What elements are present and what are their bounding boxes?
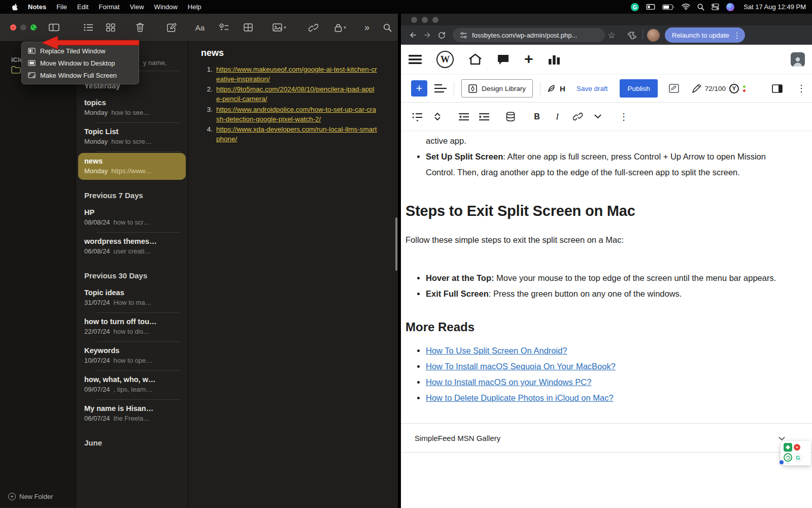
note-editor[interactable]: news 1. https://www.makeuseof.com/google…	[188, 42, 398, 507]
display-icon[interactable]	[646, 2, 655, 12]
minimize-button[interactable]	[20, 24, 26, 30]
tiled-window-icon[interactable]	[46, 20, 62, 35]
comments-icon[interactable]	[497, 54, 510, 66]
article-link[interactable]: How to Install macOS on your Windows PC?	[426, 377, 591, 387]
note-link[interactable]: https://www.makeuseof.com/google-ai-test…	[216, 65, 378, 84]
menubar-app-name[interactable]: Notes	[23, 0, 51, 14]
siri-icon[interactable]	[726, 3, 734, 11]
compose-note-icon[interactable]	[163, 20, 180, 35]
site-settings-icon[interactable]	[459, 28, 468, 42]
extensions-puzzle-icon[interactable]	[625, 28, 638, 42]
close-button-inactive[interactable]	[411, 17, 417, 23]
block-mover-control[interactable]	[427, 108, 448, 126]
media-icon[interactable]: ▼	[268, 20, 291, 35]
grammarly-icon[interactable]: G	[631, 3, 639, 11]
wifi-icon[interactable]	[682, 2, 690, 12]
menu-edit[interactable]: Edit	[72, 0, 93, 14]
scrollbar[interactable]	[395, 217, 397, 271]
back-icon[interactable]	[406, 28, 420, 42]
document-overview-icon[interactable]	[434, 84, 447, 93]
block-options-icon[interactable]: ⋮	[619, 112, 628, 121]
menu-format[interactable]: Format	[93, 0, 124, 14]
note-link[interactable]: https://9to5mac.com/2024/08/10/pencilera…	[216, 84, 378, 104]
toolbar-overflow-icon[interactable]: »	[359, 20, 375, 35]
note-list-item[interactable]: wordpress themes… 06/08/24user creati…	[76, 233, 188, 261]
editor-page-icon[interactable]	[669, 84, 679, 93]
control-center-icon[interactable]	[712, 2, 719, 12]
format-text-icon[interactable]: Aa	[192, 20, 208, 35]
design-library-button[interactable]: Design Library	[461, 79, 533, 98]
note-list-item[interactable]: Keywords 10/07/24how to ope…	[76, 342, 188, 370]
minimize-button-inactive[interactable]	[422, 17, 428, 23]
gallery-view-icon[interactable]	[103, 20, 119, 35]
grammarly-extension-icon[interactable]: G	[794, 453, 802, 462]
lock-icon[interactable]: ▼	[329, 20, 352, 35]
search-icon[interactable]	[379, 20, 395, 35]
fullscreen-button[interactable]	[30, 24, 37, 30]
bold-icon[interactable]: B	[527, 108, 547, 126]
note-list-item[interactable]: how, what, who, w… 09/07/24, tips, learn…	[76, 371, 188, 399]
browser-profile-avatar[interactable]	[647, 29, 660, 42]
home-icon[interactable]	[468, 53, 482, 66]
article-link[interactable]: How To Install macOS Sequoia On Your Mac…	[426, 362, 616, 371]
wordpress-logo-icon[interactable]: W	[436, 51, 454, 68]
seo-score-widget[interactable]: 72/100 Y	[692, 84, 746, 93]
extension-add-badge[interactable]: +	[794, 444, 800, 451]
browser-menu-icon[interactable]: ⋮	[733, 31, 741, 39]
fullscreen-button-inactive[interactable]	[432, 17, 438, 23]
menu-item-make-window-full-screen[interactable]: Make Window Full Screen	[24, 69, 136, 81]
more-formatting-chevron-icon[interactable]	[588, 108, 608, 126]
menu-file[interactable]: File	[51, 0, 72, 14]
table-icon[interactable]	[240, 20, 256, 35]
outdent-icon[interactable]	[454, 108, 474, 126]
bookmark-star-icon[interactable]: ☆	[605, 28, 618, 42]
editor-options-icon[interactable]: ⋮	[797, 84, 806, 93]
italic-icon[interactable]: I	[547, 108, 567, 126]
metabox-simplefeed[interactable]: SimpleFeed MSN Gallery	[401, 423, 812, 453]
address-bar[interactable]: fossbytes.com/wp-admin/post.php...	[453, 28, 605, 42]
menu-help[interactable]: Help	[183, 0, 207, 14]
relaunch-to-update-button[interactable]: Relaunch to update ⋮	[665, 27, 745, 43]
folder-icon[interactable]	[11, 66, 21, 76]
link-icon[interactable]	[567, 108, 588, 126]
note-list-item[interactable]: topics Mondayhow to see…	[76, 94, 188, 122]
trash-icon[interactable]	[132, 20, 148, 35]
menubar-clock[interactable]: Sat 17 Aug 12:49 PM	[741, 3, 806, 11]
new-content-icon[interactable]: +	[524, 51, 533, 67]
stats-icon[interactable]	[548, 54, 560, 65]
article-link[interactable]: How To Use Split Screen On Android?	[426, 346, 567, 355]
article-link[interactable]: How to Delete Duplicate Photos in iCloud…	[426, 393, 614, 402]
refresh-extension-icon[interactable]	[784, 453, 792, 462]
menu-view[interactable]: View	[125, 0, 149, 14]
note-list-item[interactable]: how to turn off tou… 22/07/24how to dis…	[76, 313, 188, 341]
checklist-icon[interactable]	[216, 20, 232, 35]
spotlight-search-icon[interactable]	[697, 2, 704, 12]
link-icon[interactable]	[305, 20, 321, 35]
wp-user-avatar[interactable]	[791, 52, 805, 67]
reload-icon[interactable]	[434, 28, 449, 42]
hamburger-menu-icon[interactable]	[409, 54, 422, 65]
close-button[interactable]	[10, 24, 16, 30]
note-link[interactable]: https://www.xda-developers.com/run-local…	[216, 124, 378, 144]
publish-button[interactable]: Publish	[620, 79, 657, 98]
note-list-item[interactable]: My name is Hisan… 06/07/24the Freela…	[76, 400, 188, 428]
add-block-button[interactable]: +	[411, 80, 427, 97]
note-list-item-selected[interactable]: news Mondayhttps://www…	[78, 153, 186, 180]
note-link[interactable]: https://www.androidpolice.com/how-to-set…	[216, 105, 378, 124]
block-type-list-icon[interactable]	[407, 108, 427, 126]
list-view-icon[interactable]	[80, 20, 96, 35]
indent-icon[interactable]	[474, 108, 494, 126]
database-icon[interactable]	[500, 108, 521, 126]
post-content[interactable]: active app. Set Up Split Screen: After o…	[401, 131, 812, 508]
save-draft-button[interactable]: Save draft	[577, 85, 608, 92]
menu-item-move-window-to-desktop[interactable]: Move Window to Desktop	[24, 57, 136, 69]
new-folder-button[interactable]: + New Folder	[8, 493, 53, 500]
menu-window[interactable]: Window	[149, 0, 183, 14]
note-list-item[interactable]: Topic ideas 31/07/24How to ma…	[76, 284, 188, 312]
note-list-item[interactable]: Topic List Mondayhow to scre…	[76, 123, 188, 151]
settings-sidebar-icon[interactable]	[772, 84, 783, 93]
note-list-item[interactable]: HP 08/08/24how to scr…	[76, 204, 188, 232]
battery-icon[interactable]	[662, 2, 674, 12]
forward-icon[interactable]	[420, 28, 434, 42]
editor-mode-toggle[interactable]: H	[548, 84, 565, 93]
